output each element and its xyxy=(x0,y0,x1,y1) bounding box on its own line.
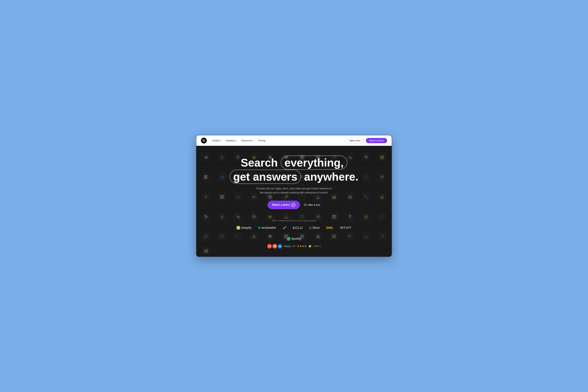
brex-icon: B→ xyxy=(309,226,313,229)
bg-icon: 🔗 xyxy=(202,232,210,241)
bg-icon: 💎 xyxy=(362,153,370,162)
bg-icon: 📦 xyxy=(378,173,386,182)
hero-content: Search everything, get answers anywhere.… xyxy=(229,156,359,248)
nav-pricing-label: Pricing xyxy=(258,139,265,142)
watch-demo-nav-button[interactable]: Watch a demo xyxy=(366,138,387,143)
bg-icon: 🔒 xyxy=(218,212,226,221)
logo[interactable]: G xyxy=(201,138,207,144)
bg-icon: 🔷 xyxy=(218,153,226,162)
dhl-label: DHL xyxy=(326,226,334,230)
logo-dhl: DHL xyxy=(326,226,334,230)
nav-item-product[interactable]: Product ▾ xyxy=(212,139,221,142)
chevron-down-icon: ▾ xyxy=(221,140,221,142)
play-icon: ▶ xyxy=(291,203,295,207)
hero-cta-row: Watch a demo ▶ Or, take a tour xyxy=(229,201,359,209)
watch-demo-button[interactable]: Watch a demo ▶ xyxy=(268,201,300,209)
bg-icon: 📡 xyxy=(202,212,210,221)
logo-brex: B→ Brex xyxy=(309,226,320,230)
logos-row: 🛍 shopify N nerdwallet ✓ ACLU xyxy=(229,225,359,241)
logo-aclu: ACLU xyxy=(292,226,303,230)
shopify-icon: 🛍 xyxy=(237,226,240,230)
shopify-label: shopify xyxy=(241,226,252,230)
nerdwallet-label: nerdwallet xyxy=(261,226,276,230)
watch-demo-label: Watch a demo xyxy=(272,204,290,206)
intuit-label: INTUIT xyxy=(340,226,351,230)
bg-icon: 📌 xyxy=(378,232,386,241)
bg-icon: 📝 xyxy=(202,173,210,182)
take-tour-button[interactable]: Take a tour xyxy=(346,138,364,143)
capterra-badge xyxy=(278,244,282,248)
headline-pill-answers: get answers xyxy=(230,170,301,184)
headline-anywhere: anywhere. xyxy=(304,170,358,183)
navbar: G Product ▾ Solutions ▾ Resources ▾ Pric… xyxy=(196,135,392,146)
bg-icon: 📊 xyxy=(218,193,226,201)
bg-icon: 🔁 xyxy=(378,153,386,162)
half-star-icon: ⭐ xyxy=(308,244,312,248)
hero-section: ☁️ 🔷 📦 🔔 📋 ✉️ 📊 🔄 📌 🛍️ 💎 🔁 📝 👥 📋 🗃️ 🎯 📈 … xyxy=(196,146,392,257)
nav-product-label: Product xyxy=(212,139,220,142)
nav-solutions-label: Solutions xyxy=(226,139,235,142)
headline-search: Search xyxy=(241,156,278,169)
stars-icon: ★★★★ xyxy=(297,244,307,248)
trustradius-badge: TR xyxy=(272,244,277,248)
nav-item-pricing[interactable]: Pricing xyxy=(258,139,265,142)
spotify-icon xyxy=(287,237,290,241)
nerdwallet-icon: N xyxy=(258,226,260,230)
spotify-label: Spotify xyxy=(291,237,301,240)
headline-pill-everything: everything, xyxy=(281,156,347,170)
chevron-down-icon: ▾ xyxy=(236,140,237,142)
logo-nerdwallet: N nerdwallet xyxy=(258,226,276,230)
rating-badges: G2 TR xyxy=(267,244,282,248)
nav-actions: Take a tour Watch a demo xyxy=(346,138,387,143)
bg-icon: 🗂️ xyxy=(202,246,210,255)
bg-icon: 👥 xyxy=(218,173,226,182)
nav-item-solutions[interactable]: Solutions ▾ xyxy=(226,139,237,142)
rating-value: 4.7 xyxy=(292,245,295,248)
nav-item-resources[interactable]: Resources ▾ xyxy=(241,139,254,142)
logo-intuit: INTUIT xyxy=(340,226,351,230)
rating-row: G2 TR Rating 4.7 ★★★★⭐ (2000+) xyxy=(229,244,359,248)
rating-label: Rating xyxy=(284,245,290,248)
svg-marker-2 xyxy=(279,245,281,247)
bg-icon: 🔧 xyxy=(362,193,370,201)
aclu-label: ACLU xyxy=(292,226,303,230)
logo-nike: ✓ xyxy=(282,225,286,230)
hero-subtext: Connect all your apps, docs, and chats a… xyxy=(255,186,333,195)
g2-badge: G2 xyxy=(267,244,272,248)
logo-shopify: 🛍 shopify xyxy=(237,226,252,230)
bg-icon: ☁️ xyxy=(202,153,210,162)
trust-section: 2500+ enterprises trust Guru for instant… xyxy=(229,220,359,248)
rating-count: (2000+) xyxy=(313,245,321,247)
trust-label: 2500+ enterprises trust Guru for instant… xyxy=(229,220,359,222)
logo-spotify: Spotify xyxy=(287,237,301,241)
capterra-icon xyxy=(279,245,281,247)
nav-resources-label: Resources xyxy=(241,139,252,142)
chevron-down-icon: ▾ xyxy=(253,140,254,142)
nav-links: Product ▾ Solutions ▾ Resources ▾ Pricin… xyxy=(212,139,341,142)
browser-window: G Product ▾ Solutions ▾ Resources ▾ Pric… xyxy=(196,135,392,257)
bg-icon: 🔐 xyxy=(362,212,370,221)
hero-headline: Search everything, get answers anywhere. xyxy=(229,156,359,184)
bg-icon: 💼 xyxy=(362,232,370,241)
take-tour-link[interactable]: Or, take a tour xyxy=(304,204,320,206)
bg-icon: 🗝️ xyxy=(378,212,386,221)
svg-text:B→: B→ xyxy=(310,227,312,229)
bg-icon: 🌐 xyxy=(218,232,226,241)
brex-label: Brex xyxy=(313,226,320,230)
bg-icon: 💰 xyxy=(378,193,386,201)
bg-icon: 🛒 xyxy=(362,173,370,182)
nike-swoosh-icon: ✓ xyxy=(282,225,286,230)
logo-letter: G xyxy=(203,139,205,142)
bg-icon: ⚡ xyxy=(202,193,210,201)
